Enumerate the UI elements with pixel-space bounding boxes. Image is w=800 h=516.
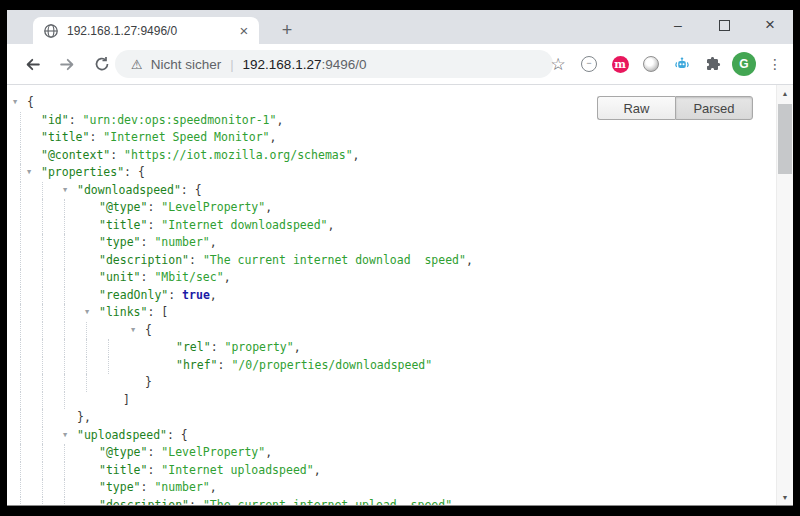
json-line-text: }, — [77, 409, 91, 427]
indent-guide — [42, 392, 43, 410]
indent-guide — [108, 339, 109, 357]
json-token: , — [224, 270, 231, 284]
json-token: , — [466, 253, 473, 267]
json-token: "number" — [154, 480, 209, 494]
new-tab-button[interactable]: + — [273, 17, 301, 44]
minimize-button[interactable]: – — [655, 10, 701, 40]
json-token: }, — [77, 410, 91, 424]
json-line-text: "description": "The current internet dow… — [99, 252, 473, 270]
indent-guide — [64, 462, 65, 480]
indent-guide — [20, 252, 21, 270]
collapse-toggle-icon[interactable]: ▼ — [13, 94, 17, 112]
page-content: ▼{"id": "urn:dev:ops:speedmonitor-1","ti… — [7, 85, 793, 505]
scrollbar-thumb[interactable] — [778, 104, 792, 174]
json-token: "number" — [154, 235, 209, 249]
scroll-up-icon[interactable]: ▲ — [777, 85, 793, 101]
collapse-toggle-icon[interactable]: ▼ — [85, 304, 89, 322]
puzzle-piece-icon — [705, 56, 721, 72]
indent-guide — [64, 287, 65, 305]
indent-guide — [42, 269, 43, 287]
json-token: : — [69, 113, 83, 127]
back-button[interactable] — [19, 51, 45, 77]
parsed-button[interactable]: Parsed — [675, 96, 753, 120]
collapse-toggle-icon[interactable]: ▼ — [131, 322, 135, 340]
json-line-text: "title": "Internet downloadspeed", — [99, 217, 334, 235]
browser-menu-button[interactable]: ⋮ — [763, 52, 787, 76]
indent-guide — [64, 392, 65, 410]
bookmark-star-icon[interactable]: ☆ — [546, 52, 570, 76]
json-token: "Mbit/sec" — [154, 270, 223, 284]
json-line-text: "type": "number", — [99, 479, 217, 497]
address-bar[interactable]: ⚠ Nicht sicher | 192.168.1.27 :9496/0 — [115, 50, 553, 78]
url-port-path: :9496/0 — [321, 57, 366, 72]
json-token: "LevelProperty" — [161, 200, 265, 214]
json-token: : — [147, 445, 161, 459]
indent-guide — [64, 217, 65, 235]
extension-robot-button[interactable] — [670, 52, 694, 76]
json-token: "title" — [41, 130, 89, 144]
json-line-text: "href": "/0/properties/downloadspeed" — [176, 357, 432, 375]
json-token: : — [147, 200, 161, 214]
collapse-toggle-icon[interactable]: ▼ — [63, 182, 67, 200]
json-line-text: } — [145, 374, 152, 392]
json-token: : — [141, 270, 155, 284]
extensions-menu-button[interactable] — [701, 52, 725, 76]
json-line: "description": "The current internet dow… — [7, 252, 776, 270]
json-token: , — [276, 113, 283, 127]
browser-tab[interactable]: 192.168.1.27:9496/0 × — [33, 17, 259, 44]
indent-guide — [20, 287, 21, 305]
scroll-down-icon[interactable]: ▼ — [777, 489, 793, 505]
json-token: , — [452, 498, 459, 506]
indent-guide — [64, 374, 65, 392]
indent-guide — [42, 199, 43, 217]
json-line-text: "downloadspeed": { — [77, 182, 202, 200]
browser-window: 192.168.1.27:9496/0 × + – × — [7, 10, 793, 505]
indent-guide — [42, 409, 43, 427]
forward-button[interactable] — [54, 51, 80, 77]
extension-circle-button[interactable]: − — [577, 52, 601, 76]
indent-guide — [42, 252, 43, 270]
json-line: "type": "number", — [7, 234, 776, 252]
json-line: ▼"uploadspeed": { — [7, 427, 776, 445]
collapse-toggle-icon[interactable]: ▼ — [63, 427, 67, 445]
reload-button[interactable] — [89, 51, 115, 77]
indent-guide — [64, 304, 65, 322]
extension-m-button[interactable]: m — [608, 52, 632, 76]
json-token: "type" — [99, 480, 141, 494]
not-secure-warning-icon[interactable]: ⚠ — [131, 57, 143, 72]
indent-guide — [42, 287, 43, 305]
json-line: "readOnly": true, — [7, 287, 776, 305]
close-window-button[interactable]: × — [747, 10, 793, 40]
json-token: : { — [167, 428, 188, 442]
json-line: "title": "Internet uploadspeed", — [7, 462, 776, 480]
json-token: , — [210, 235, 217, 249]
json-token: "readOnly" — [99, 288, 168, 302]
address-divider: | — [230, 57, 233, 72]
json-line-text: { — [27, 94, 34, 112]
json-token: "Internet uploadspeed" — [161, 463, 313, 477]
indent-guide — [20, 147, 21, 165]
json-token: "urn:dev:ops:speedmonitor-1" — [83, 113, 277, 127]
maximize-button[interactable] — [701, 10, 747, 40]
tab-close-icon[interactable]: × — [235, 22, 253, 40]
json-token: , — [353, 148, 360, 162]
json-token: "LevelProperty" — [161, 445, 265, 459]
json-line: ▼"links": [ — [7, 304, 776, 322]
json-token: } — [145, 375, 152, 389]
robot-icon — [674, 57, 690, 72]
profile-button[interactable]: G — [732, 52, 756, 76]
collapse-toggle-icon[interactable]: ▼ — [27, 164, 31, 182]
indent-guide — [20, 199, 21, 217]
json-token: "The current internet download speed" — [203, 253, 466, 267]
sphere-icon — [643, 56, 659, 72]
indent-guide — [20, 217, 21, 235]
view-toggle: Raw Parsed — [597, 96, 753, 120]
scrollbar[interactable]: ▲ ▼ — [776, 85, 793, 505]
indent-guide — [20, 427, 21, 445]
raw-button[interactable]: Raw — [597, 96, 675, 120]
json-line-text: "@type": "LevelProperty", — [99, 444, 272, 462]
extension-sphere-button[interactable] — [639, 52, 663, 76]
indent-guide — [20, 164, 21, 182]
json-line-text: "links": [ — [99, 304, 168, 322]
json-token: : — [141, 235, 155, 249]
